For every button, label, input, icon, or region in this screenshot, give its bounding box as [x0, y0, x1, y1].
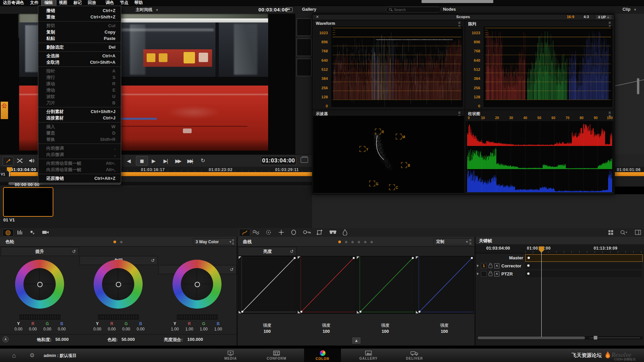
gamma-g-value[interactable]: 0.00 [118, 327, 134, 331]
keyer-icon[interactable] [303, 230, 311, 235]
auto-keyframe-icon[interactable]: A [494, 263, 499, 268]
dual-screen-icon[interactable] [286, 7, 293, 12]
timeline-selector[interactable]: 主时间线 ▼ [136, 7, 158, 13]
page-color[interactable]: COLOR [304, 349, 341, 362]
menu-help[interactable]: 帮助 [132, 0, 146, 6]
lift-b-value[interactable]: 0.00 [54, 327, 70, 331]
blue-strength-value[interactable]: 100 [415, 329, 473, 334]
menu-item-split-clip[interactable]: 分割素材Ctrl+Shift+J [38, 108, 121, 115]
node-scrollbar[interactable] [637, 78, 639, 94]
aspect-16-9-button[interactable]: 16:9 [567, 15, 574, 19]
wheels-mode-selector[interactable]: 3 Way Color▼ [193, 238, 235, 245]
reset-icon[interactable]: ↺ [151, 258, 155, 263]
stabilizer-icon[interactable] [279, 229, 284, 235]
expand-panel-button[interactable]: ▲ [352, 337, 361, 344]
gain-r-value[interactable]: 1.00 [181, 327, 197, 331]
camera-raw-palette-button[interactable] [42, 230, 49, 235]
scopes-titlebar[interactable]: ✕ Scopes 16:9 4:3 4 UP ▼ [312, 14, 614, 20]
curves-mode-selector[interactable]: 定制▼ [434, 238, 471, 245]
corrector-number-badge[interactable]: 1 [481, 263, 487, 269]
lock-icon[interactable] [489, 273, 492, 276]
keyframes-ruler[interactable]: 01:03:04:00 01:00:00:00 01:13:19:09 [476, 244, 644, 253]
gamma-y-value[interactable]: 0.00 [89, 327, 105, 331]
wheels-menu-icon[interactable]: ≡≡ [232, 239, 234, 245]
lift-y-value[interactable]: 0.00 [10, 327, 27, 331]
fast-forward-button[interactable]: ▶▶ [175, 157, 180, 165]
loop-button[interactable]: ↻ [201, 157, 205, 165]
curves-palette-button[interactable] [239, 229, 250, 237]
menu-item-undo[interactable]: 撤销Ctrl+Z [38, 7, 121, 14]
gamma-b-value[interactable]: 0.00 [133, 327, 149, 331]
auto-keyframe-icon[interactable]: A [494, 271, 499, 276]
menu-mark[interactable]: 标记 [70, 0, 85, 6]
keyframe-row-corrector[interactable]: 1 A Corrector [476, 262, 644, 269]
green-curve-plot[interactable] [356, 256, 415, 314]
menu-edit[interactable]: 编辑 [42, 0, 56, 6]
lift-master-slider[interactable] [19, 315, 60, 319]
menu-item-redo[interactable]: 重做Ctrl+Shift+Z [38, 14, 121, 20]
gallery-still[interactable] [297, 18, 311, 36]
keyframes-scrollbar-thumb[interactable] [478, 337, 585, 339]
menu-item-paste[interactable]: 粘贴Paste [38, 35, 121, 42]
keyframe-row-ptzr[interactable]: A PTZR [476, 270, 644, 277]
keyframe-dot[interactable] [527, 264, 530, 267]
panel-expand-icon[interactable] [635, 230, 641, 235]
menu-item-deselect-all[interactable]: 全取消Ctrl+Shift+A [38, 59, 121, 65]
page-gallery[interactable]: GALLERY [350, 349, 387, 362]
lift-g-value[interactable]: 0.00 [39, 327, 55, 331]
step-back-button[interactable]: ◀ [127, 157, 131, 165]
gain-b-value[interactable]: 1.00 [210, 327, 226, 331]
play-button[interactable]: ▶ [152, 157, 156, 165]
reset-icon[interactable]: ↺ [72, 249, 76, 254]
vignette-icon[interactable] [291, 229, 297, 235]
ptzr-badge[interactable] [481, 271, 487, 277]
rgb-mixer-palette-button[interactable] [30, 230, 36, 235]
gamma-master-slider[interactable] [98, 315, 139, 319]
reset-icon[interactable]: ↺ [230, 267, 234, 272]
menu-item-copy[interactable]: 复制Copy [38, 29, 121, 35]
scope-layout-selector[interactable]: 4 UP ▼ [595, 14, 612, 20]
stop-button[interactable]: ■ [136, 156, 148, 166]
skip-end-button[interactable]: ▶▶▏ [187, 157, 195, 165]
blur-droplet-icon[interactable] [343, 229, 347, 236]
gain-master-slider[interactable] [177, 315, 218, 319]
menu-nodes[interactable]: 节点 [117, 0, 132, 6]
search-input[interactable]: Search [386, 7, 440, 12]
master-track[interactable] [525, 254, 643, 262]
lift-r-value[interactable]: 0.00 [25, 327, 41, 331]
tracker-icon[interactable] [265, 229, 271, 235]
red-curve-plot[interactable] [297, 256, 356, 314]
lift-wheel[interactable] [15, 260, 64, 309]
green-strength-value[interactable]: 100 [356, 329, 414, 334]
auto-color-icon[interactable]: A [3, 337, 8, 342]
sizing-icon[interactable] [316, 229, 323, 236]
gamma-wheel[interactable] [94, 260, 143, 309]
menu-color[interactable]: 调色 [103, 0, 117, 6]
page-media[interactable]: MEDIA [212, 349, 249, 362]
lock-icon[interactable] [489, 265, 492, 268]
page-deliver[interactable]: DELIVER [396, 349, 433, 362]
keyframe-row-master[interactable]: Master [476, 254, 644, 261]
ptzr-track[interactable] [525, 270, 642, 277]
expander-icon[interactable] [477, 272, 479, 275]
zoom-tool-icon[interactable] [620, 230, 628, 235]
wheels-page-dots[interactable] [113, 241, 122, 243]
menu-item-delete-selected[interactable]: 删除选定Del [38, 44, 121, 50]
tab-gallery[interactable]: Gallery [302, 7, 316, 12]
saturation-value[interactable]: 50.000 [55, 337, 69, 342]
close-icon[interactable]: ✕ [316, 15, 319, 19]
gain-y-value[interactable]: 1.00 [167, 327, 183, 331]
menu-playback[interactable]: 回放 [85, 0, 99, 6]
clip-selector[interactable]: Clip ▼ [623, 7, 637, 12]
keyframe-dot[interactable] [528, 257, 530, 259]
curves-menu-icon[interactable]: ≡≡ [469, 239, 472, 245]
red-strength-value[interactable]: 100 [297, 329, 355, 334]
gamma-r-value[interactable]: 0.00 [104, 327, 120, 331]
curves-page-dots[interactable] [338, 241, 373, 243]
cinema-viewer-icon[interactable] [301, 157, 308, 163]
stereo-3d-icon[interactable] [329, 230, 337, 234]
blue-curve-plot[interactable] [415, 256, 474, 314]
page-conform[interactable]: CONFORM [258, 349, 295, 362]
gain-wheel[interactable] [172, 260, 221, 309]
play-to-next-button[interactable]: ▶▏ [163, 157, 170, 165]
